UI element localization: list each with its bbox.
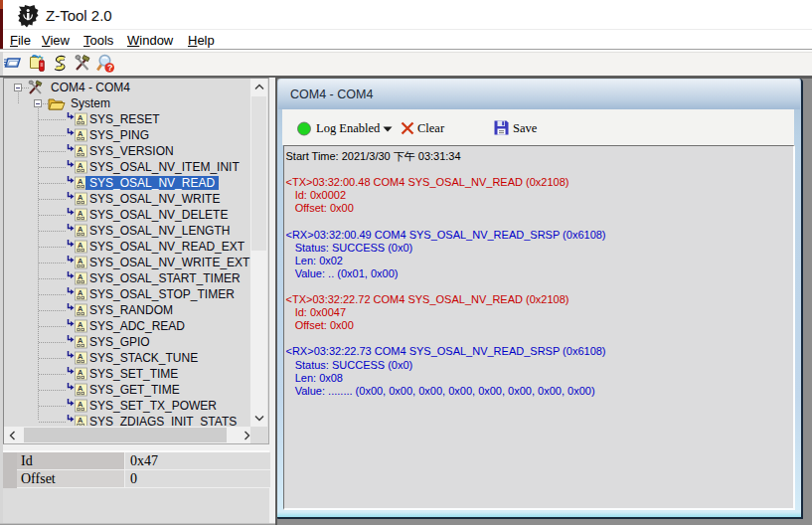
svg-text:A: A (78, 145, 83, 154)
svg-text:A: A (78, 177, 83, 186)
svg-text:A: A (78, 336, 83, 345)
svg-text:A: A (78, 400, 83, 409)
svg-text:A: A (78, 209, 83, 218)
svg-text:A: A (78, 416, 83, 425)
svg-text:A: A (78, 225, 83, 234)
svg-text:A: A (78, 129, 83, 138)
svg-text:A: A (78, 368, 83, 377)
svg-text:A: A (78, 241, 83, 250)
svg-text:A: A (78, 352, 83, 361)
svg-text:A: A (78, 384, 83, 393)
svg-text:A: A (78, 304, 83, 313)
svg-text:A: A (78, 113, 83, 122)
svg-text:A: A (78, 320, 83, 329)
svg-text:A: A (78, 161, 83, 170)
svg-text:A: A (78, 193, 83, 202)
svg-text:A: A (78, 257, 83, 265)
svg-text:A: A (78, 288, 83, 297)
svg-text:?: ? (107, 63, 113, 73)
svg-text:A: A (78, 272, 83, 281)
